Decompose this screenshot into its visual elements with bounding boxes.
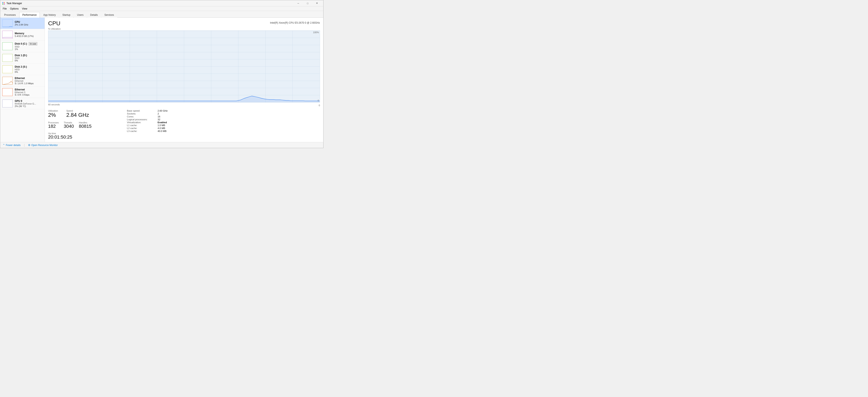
virt-label: Virtualization:: [127, 121, 156, 124]
eth1-thumbnail: [2, 77, 13, 85]
handles-label: Handles: [79, 121, 91, 124]
tab-bar: Processes Performance App history Startu…: [0, 11, 323, 18]
open-resource-label: Open Resource Monitor: [31, 144, 58, 147]
processes-label: Processes: [48, 121, 59, 124]
window-title: Task Manager: [6, 2, 293, 5]
task-manager-window: Task Manager ─ □ ✕ File Options View Pro…: [0, 0, 323, 148]
fewer-details-label: Fewer details: [6, 144, 21, 147]
cpu-thumbnail: [2, 19, 13, 27]
eth1-type: Ethernet: [15, 80, 42, 82]
stats-row-2: Processes 182 Threads 3040 Handles 80815: [48, 121, 123, 129]
cpu-chart: 100% 0: [48, 30, 320, 102]
eth3-name: Ethernet: [15, 88, 42, 91]
eth1-info: Ethernet Ethernet S: 1.6 R: 1.0 Mbps: [15, 77, 42, 85]
menu-bar: File Options View: [0, 6, 323, 11]
handles-value: 80815: [79, 124, 91, 129]
minimize-button[interactable]: ─: [293, 0, 303, 6]
stats-left: Utilization 2% Speed 2.84 GHz Processes …: [48, 110, 123, 140]
stats-section: Utilization 2% Speed 2.84 GHz Processes …: [48, 110, 320, 140]
memory-usage: 5.4/32.0 GB (17%): [15, 35, 42, 37]
tab-processes[interactable]: Processes: [1, 12, 19, 18]
cpu-info-grid: Base speed: 2.60 GHz Sockets: 2 Cores: 1…: [127, 110, 174, 132]
tab-users[interactable]: Users: [74, 12, 87, 18]
virt-val: Enabled: [158, 121, 174, 124]
sidebar-item-memory[interactable]: Memory 5.4/32.0 GB (17%): [0, 29, 44, 40]
bottom-bar: ⌃ Fewer details | ⚙ Open Resource Monito…: [0, 142, 323, 148]
disk2-info: Disk 2 (S:) HDD 0%: [15, 65, 42, 73]
svg-rect-0: [2, 2, 3, 3]
utilization-stat: Utilization 2%: [48, 110, 58, 118]
disk2-usage: 0%: [15, 71, 42, 73]
cpu-info: CPU 2% 2.84 GHz: [15, 21, 42, 26]
disk0-info: Disk 0 (C:) In use SSD 1%: [15, 42, 42, 51]
cpu-model: Intel(R) Xeon(R) CPU E5-2670 0 @ 2.60GHz: [270, 21, 320, 24]
l2-label: L2 cache:: [127, 127, 156, 129]
threads-value: 3040: [64, 124, 74, 129]
disk0-usage: 1%: [15, 48, 42, 51]
memory-name: Memory: [15, 32, 42, 35]
speed-stat: Speed 2.84 GHz: [66, 110, 89, 118]
gpu0-thumbnail: [2, 99, 13, 108]
base-speed-val: 2.60 GHz: [158, 110, 174, 112]
close-button[interactable]: ✕: [312, 0, 321, 6]
eth3-info: Ethernet Ethernet 3 S: 0 R: 0 Kbps: [15, 88, 42, 96]
maximize-button[interactable]: □: [303, 0, 312, 6]
disk0-type: SSD: [15, 45, 42, 48]
l3-val: 40.0 MB: [158, 130, 174, 132]
chart-y-axis-label: % Utilization: [48, 28, 320, 30]
speed-value: 2.84 GHz: [66, 112, 89, 118]
chart-time-label: 60 seconds: [48, 103, 60, 106]
base-speed-label: Base speed:: [127, 110, 156, 112]
logical-val: 32: [158, 118, 174, 121]
logical-label: Logical processors:: [127, 118, 156, 121]
svg-rect-3: [4, 3, 5, 5]
app-icon: [2, 2, 5, 5]
disk0-badge: In use: [29, 42, 37, 45]
sidebar-item-disk0[interactable]: Disk 0 (C:) In use SSD 1%: [0, 40, 44, 52]
eth1-usage: S: 1.6 R: 1.0 Mbps: [15, 82, 42, 85]
cpu-usage: 2% 2.84 GHz: [15, 24, 42, 26]
eth1-name: Ethernet: [15, 77, 42, 80]
tab-services[interactable]: Services: [101, 12, 117, 18]
tab-performance[interactable]: Performance: [19, 12, 40, 18]
eth3-usage: S: 0 R: 0 Kbps: [15, 94, 42, 96]
sidebar-item-disk1[interactable]: Disk 1 (D:) SSD 0%: [0, 52, 44, 64]
open-resource-monitor-button[interactable]: ⚙ Open Resource Monitor: [28, 144, 58, 147]
sidebar-item-ethernet3[interactable]: Ethernet Ethernet 3 S: 0 R: 0 Kbps: [0, 87, 44, 98]
window-controls: ─ □ ✕: [293, 0, 321, 6]
uptime-label: Up time: [48, 132, 123, 134]
menu-options[interactable]: Options: [8, 7, 20, 10]
sidebar: CPU 2% 2.84 GHz Memory 5.4/32.0 GB (17%): [0, 18, 45, 142]
tab-details[interactable]: Details: [87, 12, 101, 18]
tab-startup[interactable]: Startup: [59, 12, 73, 18]
svg-rect-1: [4, 2, 5, 3]
sidebar-item-gpu0[interactable]: GPU 0 NVIDIA GeForce G... 2% (36 °C): [0, 98, 44, 109]
disk1-name: Disk 1 (D:): [15, 54, 42, 57]
main-title: CPU: [48, 20, 60, 27]
svg-rect-2: [2, 3, 3, 5]
menu-file[interactable]: File: [1, 7, 8, 10]
sidebar-item-disk2[interactable]: Disk 2 (S:) HDD 0%: [0, 64, 44, 75]
disk2-name: Disk 2 (S:): [15, 65, 42, 68]
memory-info: Memory 5.4/32.0 GB (17%): [15, 32, 42, 37]
gpu0-name: GPU 0: [15, 99, 42, 102]
utilization-value: 2%: [48, 112, 58, 118]
menu-view[interactable]: View: [20, 7, 29, 10]
sockets-label: Sockets:: [127, 113, 156, 115]
main-panel: CPU Intel(R) Xeon(R) CPU E5-2670 0 @ 2.6…: [45, 18, 323, 142]
threads-label: Threads: [64, 121, 74, 124]
sidebar-item-cpu[interactable]: CPU 2% 2.84 GHz: [0, 18, 44, 29]
main-title-block: CPU: [48, 20, 60, 27]
processes-value: 182: [48, 124, 59, 129]
cores-val: 16: [158, 115, 174, 118]
disk2-thumbnail: [2, 65, 13, 73]
eth3-type: Ethernet 3: [15, 91, 42, 94]
tab-app-history[interactable]: App history: [40, 12, 59, 18]
fewer-details-icon: ⌃: [3, 144, 5, 147]
fewer-details-button[interactable]: ⌃ Fewer details: [3, 144, 21, 147]
sidebar-item-ethernet1[interactable]: Ethernet Ethernet S: 1.6 R: 1.0 Mbps: [0, 75, 44, 87]
cpu-name: CPU: [15, 21, 42, 24]
sockets-val: 2: [158, 113, 174, 115]
disk1-info: Disk 1 (D:) SSD 0%: [15, 54, 42, 62]
l1-val: 1.0 MB: [158, 124, 174, 126]
